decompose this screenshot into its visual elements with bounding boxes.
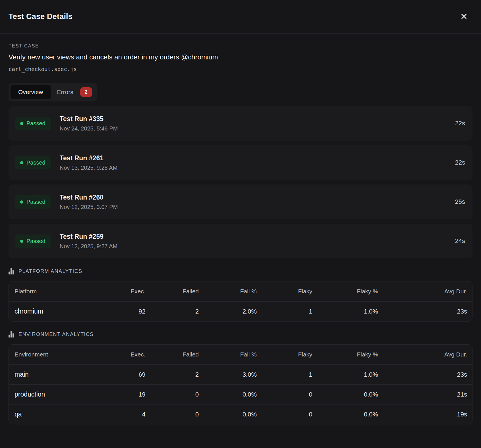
status-label: Passed bbox=[26, 238, 45, 244]
environment-analytics-heading: ENVIRONMENT ANALYTICS bbox=[9, 331, 472, 338]
modal-header: Test Case Details ✕ bbox=[0, 0, 481, 34]
avg-duration: 19s bbox=[378, 404, 472, 424]
avg-duration: 23s bbox=[378, 364, 472, 384]
environment-name: production bbox=[9, 384, 88, 404]
avg-duration: 23s bbox=[378, 301, 472, 321]
flaky-count: 0 bbox=[257, 404, 312, 424]
col-flaky: Flaky bbox=[257, 281, 312, 301]
test-run-row[interactable]: Passed Test Run #335 Nov 24, 2025, 5:46 … bbox=[9, 106, 472, 141]
col-flaky-pct: Flaky % bbox=[312, 345, 378, 364]
flaky-count: 1 bbox=[257, 301, 312, 321]
run-date: Nov 13, 2025, 9:28 AM bbox=[60, 165, 117, 171]
exec-count: 19 bbox=[88, 384, 146, 404]
run-title: Test Run #335 bbox=[60, 115, 118, 123]
tab-bar: Overview Errors 2 bbox=[9, 83, 97, 101]
run-duration: 25s bbox=[455, 198, 465, 206]
run-duration: 22s bbox=[455, 120, 465, 127]
page-title: Test Case Details bbox=[9, 12, 72, 21]
test-case-title: Verify new user views and cancels an ord… bbox=[9, 53, 472, 61]
test-run-row[interactable]: Passed Test Run #260 Nov 12, 2025, 3:07 … bbox=[9, 184, 472, 219]
tab-errors-label: Errors bbox=[57, 89, 73, 96]
status-dot-icon bbox=[20, 122, 23, 125]
environment-name: main bbox=[9, 364, 88, 384]
exec-count: 92 bbox=[88, 301, 146, 321]
status-badge: Passed bbox=[15, 156, 51, 169]
run-duration: 22s bbox=[455, 159, 465, 166]
failed-count: 0 bbox=[146, 404, 199, 424]
run-info: Test Run #260 Nov 12, 2025, 3:07 PM bbox=[60, 194, 118, 210]
flaky-pct: 1.0% bbox=[312, 301, 378, 321]
status-dot-icon bbox=[20, 240, 23, 243]
run-date: Nov 12, 2025, 9:27 AM bbox=[60, 243, 117, 250]
platform-analytics-table: Platform Exec. Failed Fail % Flaky Flaky… bbox=[9, 281, 472, 322]
test-run-list: Passed Test Run #335 Nov 24, 2025, 5:46 … bbox=[9, 106, 472, 258]
flaky-count: 0 bbox=[257, 384, 312, 404]
run-date: Nov 12, 2025, 3:07 PM bbox=[60, 204, 118, 210]
failed-count: 2 bbox=[146, 301, 199, 321]
flaky-pct: 0.0% bbox=[312, 384, 378, 404]
col-fail-pct: Fail % bbox=[199, 281, 257, 301]
failed-count: 0 bbox=[146, 384, 199, 404]
fail-pct: 2.0% bbox=[199, 301, 257, 321]
environment-analytics-table: Environment Exec. Failed Fail % Flaky Fl… bbox=[9, 344, 472, 424]
table-row: qa 4 0 0.0% 0 0.0% 19s bbox=[9, 404, 472, 424]
col-avg-dur: Avg Dur. bbox=[378, 345, 472, 364]
status-dot-icon bbox=[20, 161, 23, 164]
test-case-label: TEST CASE bbox=[9, 43, 472, 49]
fail-pct: 0.0% bbox=[199, 404, 257, 424]
status-badge: Passed bbox=[15, 195, 51, 209]
col-exec: Exec. bbox=[88, 345, 146, 364]
run-info: Test Run #335 Nov 24, 2025, 5:46 PM bbox=[60, 115, 118, 132]
platform-name: chromium bbox=[9, 301, 88, 321]
table-header-row: Platform Exec. Failed Fail % Flaky Flaky… bbox=[9, 281, 472, 301]
table-header-row: Environment Exec. Failed Fail % Flaky Fl… bbox=[9, 345, 472, 364]
exec-count: 69 bbox=[88, 364, 146, 384]
status-dot-icon bbox=[20, 200, 23, 204]
run-title: Test Run #260 bbox=[60, 194, 118, 201]
run-info: Test Run #259 Nov 12, 2025, 9:27 AM bbox=[60, 233, 117, 250]
table-row: main 69 2 3.0% 1 1.0% 23s bbox=[9, 364, 472, 384]
col-avg-dur: Avg Dur. bbox=[378, 281, 472, 301]
fail-pct: 0.0% bbox=[199, 384, 257, 404]
flaky-count: 1 bbox=[257, 364, 312, 384]
platform-analytics-heading: PLATFORM ANALYTICS bbox=[9, 268, 472, 275]
run-duration: 24s bbox=[455, 237, 465, 245]
section-title: ENVIRONMENT ANALYTICS bbox=[18, 331, 94, 337]
tab-errors[interactable]: Errors 2 bbox=[52, 85, 95, 99]
avg-duration: 21s bbox=[378, 384, 472, 404]
status-label: Passed bbox=[26, 159, 45, 166]
run-date: Nov 24, 2025, 5:46 PM bbox=[60, 125, 118, 132]
fail-pct: 3.0% bbox=[199, 364, 257, 384]
tab-overview[interactable]: Overview bbox=[11, 85, 51, 99]
errors-count-badge: 2 bbox=[80, 87, 92, 97]
status-badge: Passed bbox=[15, 117, 51, 130]
col-fail-pct: Fail % bbox=[199, 345, 257, 364]
exec-count: 4 bbox=[88, 404, 146, 424]
bar-chart-icon bbox=[9, 331, 14, 338]
col-environment: Environment bbox=[9, 345, 88, 364]
table-row: chromium 92 2 2.0% 1 1.0% 23s bbox=[9, 301, 472, 321]
col-failed: Failed bbox=[146, 281, 199, 301]
col-flaky: Flaky bbox=[257, 345, 312, 364]
status-badge: Passed bbox=[15, 235, 51, 248]
section-title: PLATFORM ANALYTICS bbox=[18, 268, 82, 274]
run-title: Test Run #261 bbox=[60, 154, 117, 162]
flaky-pct: 0.0% bbox=[312, 404, 378, 424]
failed-count: 2 bbox=[146, 364, 199, 384]
table-row: production 19 0 0.0% 0 0.0% 21s bbox=[9, 384, 472, 404]
bar-chart-icon bbox=[9, 268, 14, 275]
status-label: Passed bbox=[26, 199, 45, 205]
environment-name: qa bbox=[9, 404, 88, 424]
close-icon[interactable]: ✕ bbox=[458, 11, 470, 23]
col-exec: Exec. bbox=[88, 281, 146, 301]
modal-body: TEST CASE Verify new user views and canc… bbox=[0, 43, 481, 424]
test-run-row[interactable]: Passed Test Run #261 Nov 13, 2025, 9:28 … bbox=[9, 145, 472, 180]
status-label: Passed bbox=[26, 120, 45, 127]
col-flaky-pct: Flaky % bbox=[312, 281, 378, 301]
test-case-filename: cart_checkout.spec.js bbox=[9, 66, 472, 72]
run-info: Test Run #261 Nov 13, 2025, 9:28 AM bbox=[60, 154, 117, 171]
col-platform: Platform bbox=[9, 281, 88, 301]
test-run-row[interactable]: Passed Test Run #259 Nov 12, 2025, 9:27 … bbox=[9, 224, 472, 258]
run-title: Test Run #259 bbox=[60, 233, 117, 240]
flaky-pct: 1.0% bbox=[312, 364, 378, 384]
